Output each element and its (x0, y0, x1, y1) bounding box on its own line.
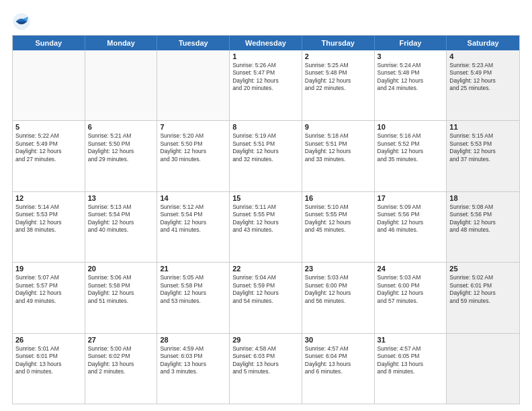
line4: and 51 minutes. (88, 298, 154, 305)
line2: Sunset: 5:56 PM (378, 211, 444, 218)
header-day-monday: Monday (85, 36, 158, 50)
line3: Daylight: 12 hours (449, 219, 517, 226)
calendar-cell-empty-0-0 (13, 50, 85, 120)
calendar-cell-13: 13Sunrise: 5:13 AMSunset: 5:54 PMDayligh… (85, 192, 158, 262)
line4: and 37 minutes. (449, 156, 517, 163)
line3: Daylight: 12 hours (232, 289, 299, 297)
line1: Sunrise: 5:14 AM (15, 203, 82, 211)
line3: Daylight: 12 hours (305, 148, 371, 155)
line2: Sunset: 6:00 PM (378, 282, 444, 289)
line3: Daylight: 13 hours (160, 361, 226, 368)
line1: Sunrise: 5:00 AM (88, 345, 154, 353)
line2: Sunset: 5:55 PM (305, 211, 371, 218)
calendar-cell-4: 4Sunrise: 5:23 AMSunset: 5:49 PMDaylight… (447, 50, 519, 120)
line3: Daylight: 13 hours (15, 361, 82, 368)
day-number: 23 (305, 265, 371, 273)
day-number: 30 (305, 336, 371, 344)
line3: Daylight: 12 hours (15, 289, 82, 297)
line2: Sunset: 5:54 PM (88, 211, 154, 218)
line3: Daylight: 12 hours (449, 148, 517, 155)
line2: Sunset: 5:57 PM (15, 282, 82, 289)
line1: Sunrise: 5:15 AM (449, 132, 517, 140)
day-number: 31 (378, 336, 444, 344)
header-day-saturday: Saturday (447, 36, 519, 50)
line4: and 20 minutes. (232, 85, 299, 92)
line4: and 29 minutes. (88, 156, 154, 163)
calendar-cell-16: 16Sunrise: 5:10 AMSunset: 5:55 PMDayligh… (302, 192, 375, 262)
day-number: 26 (15, 336, 82, 344)
line2: Sunset: 5:53 PM (15, 211, 82, 218)
line2: Sunset: 5:48 PM (378, 69, 444, 77)
line1: Sunrise: 5:10 AM (305, 203, 371, 211)
line3: Daylight: 12 hours (88, 219, 154, 226)
line1: Sunrise: 4:57 AM (378, 345, 444, 353)
line2: Sunset: 6:04 PM (305, 353, 371, 360)
calendar-cell-23: 23Sunrise: 5:03 AMSunset: 6:00 PMDayligh… (302, 263, 375, 332)
calendar-cell-7: 7Sunrise: 5:20 AMSunset: 5:50 PMDaylight… (157, 121, 230, 191)
calendar-cell-14: 14Sunrise: 5:12 AMSunset: 5:54 PMDayligh… (157, 192, 230, 262)
day-number: 12 (15, 194, 82, 202)
line2: Sunset: 5:55 PM (232, 211, 299, 218)
calendar-row-4: 26Sunrise: 5:01 AMSunset: 6:01 PMDayligh… (13, 333, 519, 404)
line2: Sunset: 6:01 PM (15, 353, 82, 360)
line4: and 45 minutes. (305, 226, 371, 234)
line4: and 59 minutes. (449, 298, 517, 305)
line3: Daylight: 12 hours (305, 77, 371, 85)
line3: Daylight: 12 hours (378, 219, 444, 226)
line2: Sunset: 6:05 PM (378, 353, 444, 360)
line1: Sunrise: 5:24 AM (378, 62, 444, 69)
line1: Sunrise: 5:04 AM (232, 274, 299, 281)
calendar-cell-26: 26Sunrise: 5:01 AMSunset: 6:01 PMDayligh… (13, 334, 85, 404)
line2: Sunset: 5:49 PM (15, 140, 82, 148)
calendar-cell-8: 8Sunrise: 5:19 AMSunset: 5:51 PMDaylight… (230, 121, 302, 191)
calendar: SundayMondayTuesdayWednesdayThursdayFrid… (12, 35, 520, 404)
line1: Sunrise: 5:03 AM (305, 274, 371, 281)
line2: Sunset: 5:47 PM (232, 69, 299, 77)
line1: Sunrise: 5:09 AM (378, 203, 444, 211)
line2: Sunset: 6:02 PM (88, 353, 154, 360)
line4: and 46 minutes. (378, 226, 444, 234)
day-number: 21 (160, 265, 226, 273)
line1: Sunrise: 5:07 AM (15, 274, 82, 281)
calendar-cell-24: 24Sunrise: 5:03 AMSunset: 6:00 PMDayligh… (375, 263, 447, 332)
line2: Sunset: 5:59 PM (232, 282, 299, 289)
line1: Sunrise: 5:06 AM (88, 274, 154, 281)
calendar-cell-10: 10Sunrise: 5:16 AMSunset: 5:52 PMDayligh… (375, 121, 447, 191)
day-number: 14 (160, 194, 226, 202)
calendar-cell-18: 18Sunrise: 5:08 AMSunset: 5:56 PMDayligh… (447, 192, 519, 262)
line1: Sunrise: 5:12 AM (160, 203, 226, 211)
day-number: 29 (232, 336, 299, 344)
calendar-cell-2: 2Sunrise: 5:25 AMSunset: 5:48 PMDaylight… (302, 50, 375, 120)
line4: and 25 minutes. (449, 85, 517, 92)
calendar-cell-19: 19Sunrise: 5:07 AMSunset: 5:57 PMDayligh… (13, 263, 85, 332)
line3: Daylight: 12 hours (232, 77, 299, 85)
calendar-cell-empty-0-2 (157, 50, 230, 120)
day-number: 2 (305, 52, 371, 60)
line4: and 24 minutes. (378, 85, 444, 92)
calendar-cell-1: 1Sunrise: 5:26 AMSunset: 5:47 PMDaylight… (230, 50, 302, 120)
line4: and 38 minutes. (15, 226, 82, 234)
line1: Sunrise: 5:11 AM (232, 203, 299, 211)
line2: Sunset: 6:01 PM (449, 282, 517, 289)
day-number: 15 (232, 194, 299, 202)
line4: and 56 minutes. (305, 298, 371, 305)
line1: Sunrise: 5:05 AM (160, 274, 226, 281)
header-day-sunday: Sunday (13, 36, 85, 50)
line1: Sunrise: 5:13 AM (88, 203, 154, 211)
line4: and 22 minutes. (305, 85, 371, 92)
calendar-cell-21: 21Sunrise: 5:05 AMSunset: 5:58 PMDayligh… (157, 263, 230, 332)
line3: Daylight: 13 hours (378, 361, 444, 368)
header (12, 12, 520, 31)
line3: Daylight: 12 hours (378, 148, 444, 155)
page: SundayMondayTuesdayWednesdayThursdayFrid… (0, 0, 532, 411)
line4: and 2 minutes. (88, 368, 154, 375)
line2: Sunset: 5:58 PM (88, 282, 154, 289)
day-number: 17 (378, 194, 444, 202)
day-number: 28 (160, 336, 226, 344)
calendar-cell-12: 12Sunrise: 5:14 AMSunset: 5:53 PMDayligh… (13, 192, 85, 262)
day-number: 18 (449, 194, 517, 202)
calendar-header: SundayMondayTuesdayWednesdayThursdayFrid… (13, 36, 519, 50)
line2: Sunset: 5:51 PM (232, 140, 299, 148)
day-number: 1 (232, 52, 299, 60)
calendar-cell-27: 27Sunrise: 5:00 AMSunset: 6:02 PMDayligh… (85, 334, 158, 404)
